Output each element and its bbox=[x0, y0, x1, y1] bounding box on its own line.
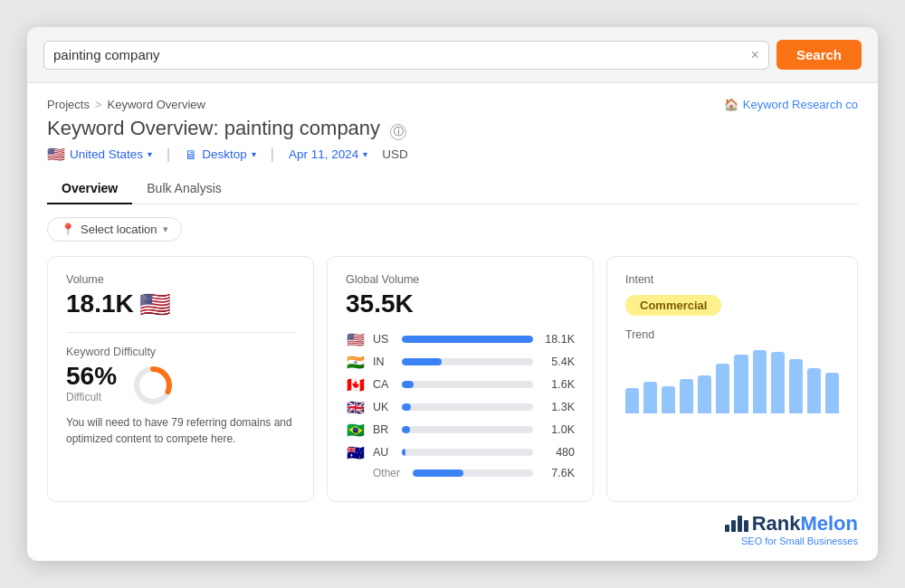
trend-bars bbox=[625, 350, 839, 413]
flag-us: 🇺🇸 bbox=[346, 331, 366, 348]
difficulty-donut bbox=[131, 364, 175, 407]
keyword-research-link[interactable]: 🏠 Keyword Research co bbox=[724, 98, 858, 111]
brand-name-part2: Melon bbox=[800, 512, 858, 535]
flag-ca: 🇨🇦 bbox=[346, 376, 366, 394]
device-chevron: ▾ bbox=[252, 149, 256, 159]
code-us: US bbox=[373, 333, 395, 346]
date-chevron: ▾ bbox=[363, 149, 367, 159]
filter-sep-1: | bbox=[167, 147, 170, 163]
search-input-wrap: × bbox=[43, 41, 769, 70]
brand-tagline: SEO for Small Businesses bbox=[741, 536, 858, 546]
tabs: Overview Bulk Analysis bbox=[47, 174, 858, 204]
difficulty-description: You will need to have 79 referring domai… bbox=[66, 414, 295, 447]
trend-section: Trend bbox=[625, 328, 839, 413]
difficulty-sublabel: Difficult bbox=[66, 391, 117, 403]
search-button[interactable]: Search bbox=[776, 40, 862, 70]
bar-in bbox=[402, 358, 533, 365]
code-uk: UK bbox=[373, 401, 395, 413]
brand-bars-icon bbox=[725, 516, 748, 532]
trend-label: Trend bbox=[625, 328, 839, 341]
main-content: Projects > Keyword Overview Keyword Over… bbox=[27, 83, 878, 518]
trend-bar-11 bbox=[807, 368, 821, 413]
trend-bar-6 bbox=[716, 364, 729, 413]
country-row-other: Other 7.6K bbox=[346, 467, 575, 479]
tab-bulk-analysis[interactable]: Bulk Analysis bbox=[132, 174, 235, 204]
bar-au bbox=[402, 449, 533, 456]
bar-us bbox=[402, 336, 533, 343]
flag-au: 🇦🇺 bbox=[346, 444, 366, 461]
num-au: 480 bbox=[540, 446, 575, 459]
country-row-br: 🇧🇷 BR 1.0K bbox=[346, 422, 575, 439]
brand-name-part1: Rank bbox=[752, 512, 801, 535]
info-icon[interactable]: ⓘ bbox=[390, 124, 406, 140]
clear-icon[interactable]: × bbox=[751, 47, 759, 63]
global-volume-label: Global Volume bbox=[346, 273, 575, 286]
filter-sep-2: | bbox=[271, 147, 274, 163]
volume-card: Volume 18.1K 🇺🇸 Keyword Difficulty 56% D… bbox=[47, 256, 314, 502]
trend-bar-9 bbox=[771, 352, 785, 413]
cards-row: Volume 18.1K 🇺🇸 Keyword Difficulty 56% D… bbox=[47, 256, 858, 502]
intent-badge: Commercial bbox=[625, 295, 721, 316]
flag-in: 🇮🇳 bbox=[346, 354, 366, 371]
breadcrumb-separator: > bbox=[95, 98, 102, 111]
search-bar: × Search bbox=[27, 27, 878, 83]
device-filter[interactable]: 🖥 Desktop ▾ bbox=[185, 147, 256, 162]
keyword-research-icon: 🏠 bbox=[724, 98, 738, 111]
flag-uk: 🇬🇧 bbox=[346, 399, 366, 416]
num-in: 5.4K bbox=[540, 356, 575, 368]
currency-label: USD bbox=[382, 147, 408, 161]
search-input[interactable] bbox=[53, 47, 744, 62]
date-filter[interactable]: Apr 11, 2024 ▾ bbox=[289, 147, 367, 161]
breadcrumb-projects[interactable]: Projects bbox=[47, 98, 90, 111]
country-row-au: 🇦🇺 AU 480 bbox=[346, 444, 575, 461]
country-chevron: ▾ bbox=[148, 149, 152, 159]
difficulty-value: 56% bbox=[66, 362, 117, 391]
num-us: 18.1K bbox=[540, 333, 575, 346]
difficulty-label: Keyword Difficulty bbox=[66, 346, 295, 358]
num-br: 1.0K bbox=[540, 423, 575, 436]
date-label: Apr 11, 2024 bbox=[289, 147, 358, 161]
code-br: BR bbox=[373, 423, 395, 436]
breadcrumb-current: Keyword Overview bbox=[108, 98, 205, 111]
country-row-ca: 🇨🇦 CA 1.6K bbox=[346, 376, 575, 394]
trend-bar-7 bbox=[734, 355, 748, 413]
intent-label: Intent bbox=[625, 273, 839, 286]
brand-bar-4 bbox=[744, 520, 748, 532]
volume-label: Volume bbox=[66, 273, 295, 286]
breadcrumb: Projects > Keyword Overview bbox=[47, 98, 408, 111]
brand-logo-row: RankMelon bbox=[725, 512, 858, 536]
brand-bar-3 bbox=[738, 516, 742, 532]
country-label: United States bbox=[70, 147, 143, 161]
trend-bar-4 bbox=[680, 379, 693, 413]
difficulty-value-row: 56% Difficult bbox=[66, 362, 295, 409]
filters-row: 🇺🇸 United States ▾ | 🖥 Desktop ▾ | Apr 1… bbox=[47, 146, 408, 163]
volume-flag: 🇺🇸 bbox=[139, 289, 171, 319]
bar-ca bbox=[402, 381, 533, 388]
code-ca: CA bbox=[373, 378, 395, 391]
device-icon: 🖥 bbox=[185, 147, 197, 162]
brand-bar-2 bbox=[731, 520, 736, 532]
tab-overview[interactable]: Overview bbox=[47, 174, 132, 204]
country-row-in: 🇮🇳 IN 5.4K bbox=[346, 354, 575, 371]
code-au: AU bbox=[373, 446, 395, 459]
code-other: Other bbox=[373, 467, 405, 479]
bar-other bbox=[413, 469, 533, 477]
trend-bar-2 bbox=[643, 382, 657, 413]
trend-bar-12 bbox=[825, 373, 839, 413]
device-label: Desktop bbox=[202, 147, 247, 161]
top-row: Projects > Keyword Overview Keyword Over… bbox=[47, 98, 858, 174]
volume-value: 18.1K 🇺🇸 bbox=[66, 289, 295, 319]
num-other: 7.6K bbox=[540, 467, 575, 479]
brand-name: RankMelon bbox=[752, 512, 858, 536]
num-uk: 1.3K bbox=[540, 401, 575, 413]
brand-footer: RankMelon SEO for Small Businesses bbox=[725, 512, 858, 546]
bar-br bbox=[402, 426, 533, 433]
country-row-us: 🇺🇸 US 18.1K bbox=[346, 331, 575, 348]
trend-bar-8 bbox=[753, 350, 767, 413]
location-btn[interactable]: 📍 Select location ▾ bbox=[47, 217, 182, 242]
bar-uk bbox=[402, 403, 533, 411]
flag-br: 🇧🇷 bbox=[346, 422, 366, 439]
location-label: Select location bbox=[81, 223, 157, 236]
trend-bar-1 bbox=[625, 388, 639, 413]
country-filter[interactable]: 🇺🇸 United States ▾ bbox=[47, 146, 152, 163]
